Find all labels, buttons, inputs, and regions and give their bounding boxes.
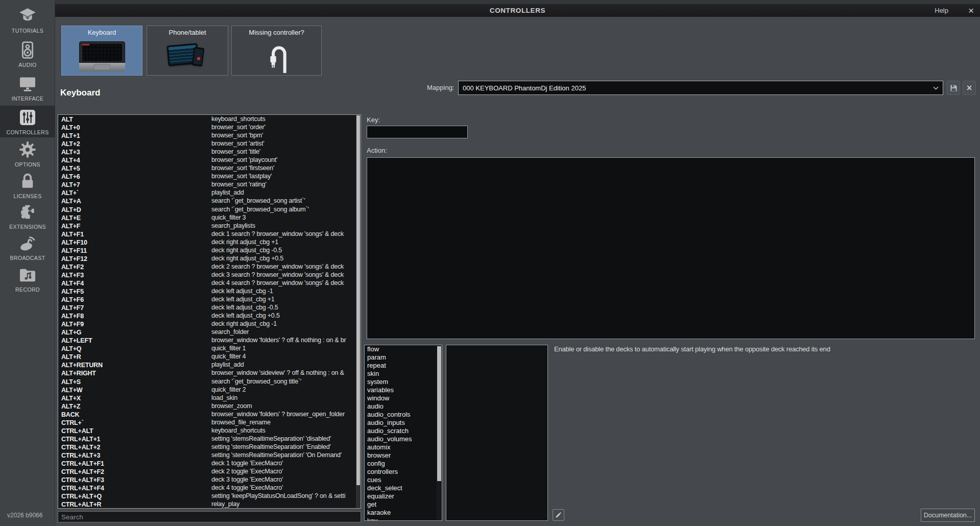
category-item[interactable]: audio_volumes	[365, 435, 442, 443]
shortcut-row[interactable]: ALT+RETURNplaylist_add	[58, 361, 361, 369]
category-item[interactable]: variables	[365, 386, 442, 394]
help-link[interactable]: Help	[935, 7, 948, 14]
category-item[interactable]: controllers	[365, 468, 442, 476]
shortcut-row[interactable]: ALT+Equick_filter 3	[58, 213, 361, 222]
shortcut-row[interactable]: ALT+Ssearch '`get_browsed_song title`'	[58, 377, 361, 386]
action-category-list[interactable]: flowparamrepeatskinsystemvariableswindow…	[364, 345, 442, 521]
shortcut-row[interactable]: ALT+F12deck right adjust_cbg +0.5	[58, 254, 361, 262]
category-item[interactable]: browser	[365, 451, 442, 460]
shortcut-row[interactable]: ALT+Qquick_filter 1	[58, 344, 361, 352]
mapping-select[interactable]: 000 KEYBOARD PhantomDj Edition 2025	[458, 81, 943, 95]
sidebar-item-interface[interactable]: INTERFACE	[0, 72, 55, 104]
shortcut-row[interactable]: CTRL+ALT+Qsetting 'keepPlayStatusOnLoadS…	[58, 492, 361, 500]
edit-action-button[interactable]	[553, 509, 564, 521]
shortcut-row[interactable]: ALT+Asearch '`get_browsed_song artist`'	[58, 197, 361, 205]
shortcut-row[interactable]: ALT+2browser_sort 'artist'	[58, 139, 361, 148]
category-item[interactable]: automix	[365, 443, 442, 451]
category-item[interactable]: deck_select	[365, 484, 442, 492]
key-input[interactable]	[367, 126, 468, 138]
shortcut-row[interactable]: ALT+F1deck 1 search ? browser_window 'so…	[58, 230, 361, 238]
sidebar-item-controllers[interactable]: CONTROLLERS	[0, 106, 55, 137]
shortcut-row[interactable]: CTRL+ALT+1setting 'stemsRealtimeSeparati…	[58, 435, 361, 443]
category-item[interactable]: audio_scratch	[365, 427, 442, 435]
tab-missing-controller[interactable]: Missing controller?	[231, 26, 322, 76]
close-icon[interactable]: ×	[968, 6, 974, 15]
sidebar-item-options[interactable]: OPTIONS	[0, 138, 55, 170]
shortcut-row[interactable]: CTRL+ALT+F3deck 3 toggle 'ExecMacro'	[58, 475, 361, 484]
category-item[interactable]: param	[365, 353, 442, 362]
shortcut-row[interactable]: CTRL+ALT+F4deck 4 toggle 'ExecMacro'	[58, 484, 361, 492]
documentation-button[interactable]: Documentation...	[921, 509, 975, 522]
category-item[interactable]: config	[365, 460, 442, 468]
mapping-save-button[interactable]	[947, 81, 960, 95]
shortcut-row[interactable]: CTRL+ALTkeyboard_shortcuts	[58, 426, 361, 435]
shortcut-row[interactable]: ALT+F3deck 3 search ? browser_window 'so…	[58, 271, 361, 279]
shortcut-row[interactable]: ALT+`playlist_add	[58, 188, 361, 197]
action-textarea[interactable]	[367, 157, 975, 339]
shortcut-row[interactable]: ALT+Xload_skin	[58, 394, 361, 402]
tab-keyboard[interactable]: Keyboard	[61, 26, 142, 76]
shortcut-row[interactable]: CTRL+ALT+F2deck 2 toggle 'ExecMacro'	[58, 467, 361, 475]
shortcut-row[interactable]: ALT+Gsearch_folder	[58, 328, 361, 336]
category-item[interactable]: cues	[365, 476, 442, 484]
action-detail-panel[interactable]	[446, 345, 548, 521]
shortcut-row[interactable]: ALT+F11deck right adjust_cbg -0.5	[58, 246, 361, 254]
shortcut-row[interactable]: ALT+Wquick_filter 2	[58, 386, 361, 394]
sidebar-item-audio[interactable]: AUDIO	[0, 38, 55, 70]
category-item[interactable]: skin	[365, 370, 442, 378]
category-item[interactable]: get	[365, 500, 442, 509]
shortcut-row[interactable]: CTRL+`browsed_file_rename	[58, 418, 361, 426]
category-item[interactable]: key	[365, 517, 442, 521]
category-item[interactable]: equalizer	[365, 492, 442, 500]
shortcut-row[interactable]: ALT+5browser_sort 'firstseen'	[58, 164, 361, 172]
shortcut-list-scrollbar[interactable]	[356, 115, 361, 508]
category-item[interactable]: flow	[365, 345, 442, 353]
shortcut-row[interactable]: ALT+LEFTbrowser_window 'folders' ? off &…	[58, 336, 361, 344]
shortcut-row[interactable]: ALT+F8deck left adjust_cbg +0.5	[58, 312, 361, 320]
shortcut-row[interactable]: ALT+Fsearch_playlists	[58, 222, 361, 230]
shortcut-row[interactable]: ALT+Zbrowser_zoom	[58, 402, 361, 410]
shortcut-row[interactable]: ALT+F9deck right adjust_cbg -1	[58, 320, 361, 328]
shortcut-row[interactable]: CTRL+ALT+F1deck 1 toggle 'ExecMacro'	[58, 459, 361, 467]
sidebar-item-tutorials[interactable]: TUTORIALS	[0, 4, 55, 36]
sidebar-item-licenses[interactable]: LICENSES	[0, 170, 55, 201]
search-input[interactable]	[58, 511, 361, 522]
shortcut-row[interactable]: ALT+F7deck left adjust_cbg -0.5	[58, 303, 361, 312]
shortcut-row[interactable]: ALT+Dsearch '`get_browsed_song album`'	[58, 205, 361, 213]
category-item[interactable]: audio	[365, 402, 442, 411]
shortcut-row[interactable]: CTRL+ALT+2setting 'stemsRealtimeSeparati…	[58, 443, 361, 451]
shortcut-row[interactable]: ALT+3browser_sort 'title'	[58, 148, 361, 156]
tab-phone-tablet[interactable]: Phone/tablet	[147, 26, 228, 76]
category-item[interactable]: karaoke	[365, 509, 442, 517]
shortcut-row[interactable]: ALT+Rquick_filter 4	[58, 352, 361, 361]
category-item[interactable]: repeat	[365, 362, 442, 370]
shortcut-row[interactable]: ALTkeyboard_shortcuts	[58, 115, 361, 123]
shortcut-key: CTRL+ALT+F1	[61, 460, 104, 467]
shortcut-row[interactable]: CTRL+ALT+Rrelay_play	[58, 500, 361, 508]
shortcut-row[interactable]: ALT+F2deck 2 search ? browser_window 'so…	[58, 262, 361, 271]
shortcut-row[interactable]: CTRL+ALT+3setting 'stemsRealtimeSeparati…	[58, 451, 361, 459]
shortcut-list[interactable]: ALTkeyboard_shortcutsALT+0browser_sort '…	[58, 114, 361, 509]
shortcut-row[interactable]: ALT+F4deck 4 search ? browser_window 'so…	[58, 279, 361, 287]
sidebar-item-record[interactable]: RECORD	[0, 263, 55, 295]
shortcut-row[interactable]: BACKbrowser_window 'folders' ? browser_o…	[58, 410, 361, 418]
scrollbar-thumb[interactable]	[356, 115, 360, 485]
sidebar-item-broadcast[interactable]: BROADCAST	[0, 231, 55, 263]
category-list-scrollbar[interactable]	[437, 345, 442, 520]
category-item[interactable]: system	[365, 378, 442, 386]
mapping-delete-button[interactable]: ×	[963, 81, 976, 95]
shortcut-row[interactable]: ALT+F6deck left adjust_cbg +1	[58, 295, 361, 303]
category-item[interactable]: audio_controls	[365, 411, 442, 419]
shortcut-row[interactable]: ALT+F5deck left adjust_cbg -1	[58, 287, 361, 295]
shortcut-row[interactable]: ALT+4browser_sort 'playcount'	[58, 156, 361, 164]
shortcut-row[interactable]: ALT+7browser_sort 'rating'	[58, 180, 361, 188]
shortcut-row[interactable]: ALT+6browser_sort 'lastplay'	[58, 172, 361, 180]
shortcut-row[interactable]: ALT+0browser_sort 'order'	[58, 123, 361, 131]
category-item[interactable]: window	[365, 394, 442, 402]
sidebar-item-extensions[interactable]: EXTENSIONS	[0, 200, 55, 232]
shortcut-row[interactable]: ALT+F10deck right adjust_cbg +1	[58, 238, 361, 246]
category-item[interactable]: audio_inputs	[365, 419, 442, 427]
shortcut-row[interactable]: ALT+1browser_sort 'bpm'	[58, 131, 361, 139]
scrollbar-thumb[interactable]	[437, 346, 441, 481]
shortcut-row[interactable]: ALT+RIGHTbrowser_window 'sideview' ? off…	[58, 369, 361, 377]
